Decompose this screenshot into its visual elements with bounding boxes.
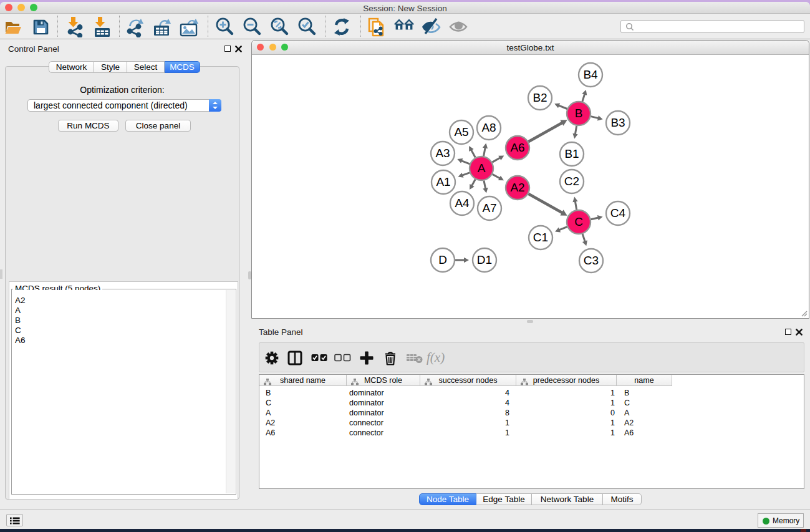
svg-text:C3: C3 — [584, 254, 599, 267]
svg-text:B4: B4 — [583, 68, 598, 81]
svg-text:C2: C2 — [564, 175, 579, 188]
svg-text:B2: B2 — [533, 91, 547, 104]
svg-text:B1: B1 — [564, 147, 579, 160]
svg-text:A6: A6 — [510, 141, 524, 154]
svg-text:B3: B3 — [610, 116, 625, 129]
svg-text:B: B — [575, 107, 583, 120]
svg-text:A8: A8 — [481, 121, 496, 134]
svg-text:A4: A4 — [455, 196, 470, 210]
svg-text:A5: A5 — [454, 125, 468, 138]
svg-text:A3: A3 — [435, 147, 450, 160]
svg-text:C: C — [574, 215, 583, 228]
svg-text:A7: A7 — [482, 201, 496, 215]
svg-text:D: D — [438, 253, 447, 266]
svg-text:C1: C1 — [533, 231, 548, 244]
svg-text:C4: C4 — [610, 206, 626, 220]
svg-text:A: A — [478, 162, 486, 175]
svg-text:A2: A2 — [510, 181, 524, 194]
svg-text:A1: A1 — [436, 175, 450, 188]
svg-text:D1: D1 — [477, 253, 492, 266]
